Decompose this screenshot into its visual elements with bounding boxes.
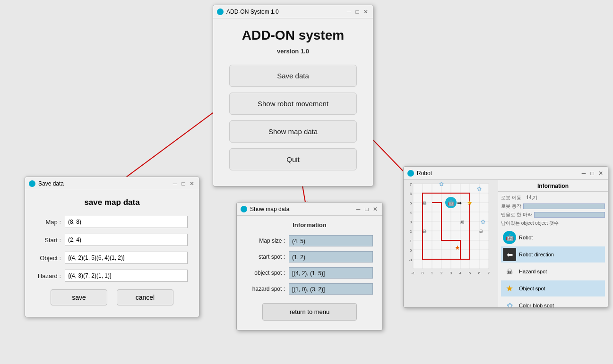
svg-text:☠: ☠: [460, 219, 465, 225]
start-row: Start :: [36, 234, 188, 246]
start-spot-label: start spot :: [246, 254, 289, 260]
robot-info-title: Information: [498, 180, 608, 192]
legend-color-blob: ✿ Color blob spot: [501, 297, 605, 308]
legend-hazard: ☠ Hazard spot: [501, 263, 605, 279]
svg-text:2: 2: [410, 229, 412, 234]
map-window-title: Show map data: [250, 206, 353, 212]
map-size-row: Map size : (4, 5): [246, 235, 373, 246]
svg-text:☠: ☠: [422, 229, 427, 234]
save-title-bar: Save data ─ □ ✕: [25, 177, 199, 190]
save-minimize-btn[interactable]: ─: [172, 180, 178, 187]
svg-text:4: 4: [459, 271, 462, 275]
svg-text:6: 6: [478, 271, 481, 275]
robot-close-btn[interactable]: ✕: [597, 170, 604, 177]
svg-text:✿: ✿: [477, 186, 482, 192]
svg-text:5: 5: [469, 271, 471, 275]
legend-object: ★ Object spot: [501, 280, 605, 296]
save-window: Save data ─ □ ✕ save map data Map : Star…: [25, 177, 199, 317]
map-input[interactable]: [65, 216, 188, 228]
stat-move-count: 로봇 이동 14,기: [501, 194, 605, 202]
app-version: version 1.0: [277, 48, 309, 55]
show-map-button[interactable]: Show map data: [229, 120, 357, 143]
legend-direction-label: Robot direction: [519, 252, 554, 257]
robot-map-area: 7 6 5 4 3 2 1 0 -1 -1 0 1 2 3 4 5 6 7: [404, 180, 498, 307]
svg-text:-1: -1: [411, 271, 415, 275]
stat-direction: 로봇 동작: [501, 202, 605, 211]
robot-title-bar: Robot ─ □ ✕: [404, 167, 608, 180]
show-robot-button[interactable]: Show robot movement: [229, 93, 357, 115]
maximize-btn[interactable]: □: [354, 8, 361, 15]
map-info-heading: Information: [246, 221, 373, 229]
main-title-bar: ADD-ON System 1.0 ─ □ ✕: [213, 5, 373, 18]
map-content: Information Map size : (4, 5) start spot…: [237, 216, 382, 330]
map-close-btn[interactable]: ✕: [372, 206, 379, 212]
robot-window: Robot ─ □ ✕: [403, 166, 608, 308]
stat-object-count: 남아있는 object object 갯수: [501, 219, 605, 228]
svg-text:★: ★: [467, 199, 473, 206]
object-label: Object :: [36, 254, 65, 262]
robot-info-panel: Information 로봇 이동 14,기 로봇 동작 맵을로 한 마라 남아…: [498, 180, 608, 307]
svg-text:4: 4: [410, 211, 412, 215]
start-spot-value: (1, 2): [289, 251, 373, 262]
robot-minimize-btn[interactable]: ─: [580, 170, 587, 177]
app-icon: [217, 8, 224, 15]
map-bar: [534, 212, 605, 218]
map-size-value: (4, 5): [289, 235, 373, 246]
robot-stats: 로봇 이동 14,기 로봇 동작 맵을로 한 마라 남아있는 object ob…: [498, 192, 608, 229]
save-close-btn[interactable]: ✕: [189, 180, 195, 187]
svg-text:6: 6: [410, 192, 412, 196]
save-data-button[interactable]: Save data: [229, 65, 357, 87]
main-window-title: ADD-ON System 1.0: [226, 8, 344, 15]
svg-text:1: 1: [431, 271, 433, 275]
legend-robot-label: Robot: [519, 235, 533, 240]
legend-section: 🤖 Robot ⬅ Robot direction ☠ Hazard spot …: [498, 229, 608, 308]
hazard-spot-value: [(1, 0), (3, 2)]: [289, 283, 373, 295]
robot-direction-icon: ⬅: [503, 248, 516, 261]
return-to-menu-btn[interactable]: return to menu: [262, 303, 357, 321]
svg-text:✿: ✿: [481, 219, 485, 225]
map-maximize-btn[interactable]: □: [363, 206, 370, 212]
robot-maximize-btn[interactable]: □: [589, 170, 596, 177]
hazard-input[interactable]: [65, 270, 188, 282]
main-content: ADD-ON system version 1.0 Save data Show…: [213, 18, 373, 186]
svg-text:3: 3: [450, 271, 452, 275]
robot-content: 7 6 5 4 3 2 1 0 -1 -1 0 1 2 3 4 5 6 7: [404, 180, 608, 307]
stat-map: 맵을로 한 마라: [501, 211, 605, 219]
object-spot-label: object spot :: [246, 270, 289, 276]
map-title-bar: Show map data ─ □ ✕: [237, 203, 382, 216]
svg-text:5: 5: [410, 201, 412, 205]
svg-text:3: 3: [410, 220, 412, 224]
map-minimize-btn[interactable]: ─: [355, 206, 362, 212]
legend-object-label: Object spot: [519, 286, 545, 291]
map-row: Map :: [36, 216, 188, 228]
map-app-icon: [241, 206, 247, 212]
hazard-spot-label: hazard spot :: [246, 286, 289, 292]
start-input[interactable]: [65, 234, 188, 246]
svg-text:0: 0: [422, 271, 424, 275]
start-label: Start :: [36, 237, 65, 244]
object-spot-value: [(4, 2), (1, 5)]: [289, 267, 373, 279]
save-maximize-btn[interactable]: □: [180, 180, 187, 187]
minimize-btn[interactable]: ─: [345, 8, 352, 15]
object-star-icon: ★: [503, 282, 516, 295]
quit-button[interactable]: Quit: [229, 148, 357, 170]
svg-text:★: ★: [455, 244, 460, 251]
save-action-btn[interactable]: save: [51, 289, 107, 305]
start-spot-row: start spot : (1, 2): [246, 251, 373, 262]
app-title: ADD-ON system: [242, 28, 344, 43]
object-input[interactable]: [65, 252, 188, 264]
svg-text:0: 0: [410, 248, 412, 253]
legend-hazard-label: Hazard spot: [519, 269, 547, 274]
hazard-row: Hazard :: [36, 270, 188, 282]
svg-text:✿: ✿: [439, 181, 444, 187]
svg-text:2: 2: [440, 271, 443, 275]
save-window-title: Save data: [38, 180, 170, 187]
save-heading: save map data: [36, 198, 188, 207]
svg-text:🤖: 🤖: [448, 199, 455, 206]
close-btn[interactable]: ✕: [363, 8, 369, 15]
cancel-action-btn[interactable]: cancel: [117, 289, 173, 305]
map-data-window: Show map data ─ □ ✕ Information Map size…: [236, 202, 383, 330]
legend-robot: 🤖 Robot: [501, 229, 605, 245]
direction-bar: [523, 203, 605, 209]
main-window: ADD-ON System 1.0 ─ □ ✕ ADD-ON system ve…: [213, 5, 373, 186]
